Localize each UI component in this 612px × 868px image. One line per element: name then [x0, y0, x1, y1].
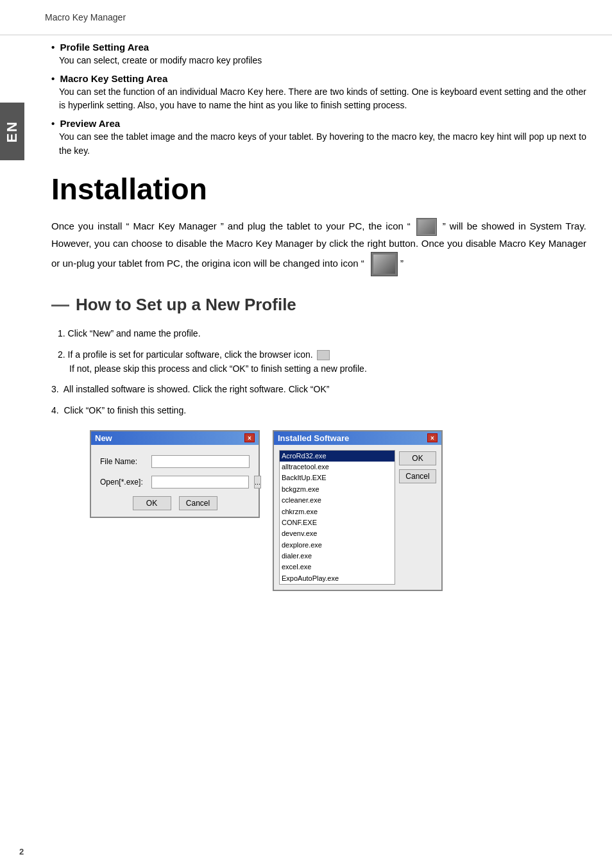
installation-title: Installation [51, 172, 586, 206]
bullet-title-macro: • Macro Key Setting Area [51, 73, 586, 84]
step-3-container: 3. All installed software is showed. Cli… [51, 382, 586, 418]
bullet-item-profile: • Profile Setting Area You can select, c… [51, 42, 586, 68]
list-item[interactable]: dexplore.exe [280, 540, 395, 551]
bullet-body-macro: You can set the function of an individua… [51, 85, 586, 113]
dialog-software: Installed Software × AcroRd32.exealltrac… [273, 430, 443, 591]
main-content: • Profile Setting Area You can select, c… [38, 35, 599, 630]
bullet-item-preview: • Preview Area You can see the tablet im… [51, 118, 586, 158]
bullet-body-profile: You can select, create or modify macro k… [51, 54, 586, 68]
list-item[interactable]: alltracetool.exe [280, 462, 395, 472]
dialog-new-filename-label: File Name: [100, 457, 146, 466]
list-item[interactable]: bckgzm.exe [280, 484, 395, 495]
list-item[interactable]: excel.exe [280, 562, 395, 572]
list-item[interactable]: devenv.exe [280, 528, 395, 539]
dialogs-row: New × File Name: Open[*.exe]: ... OK [51, 430, 586, 591]
list-item[interactable]: AcroRd32.exe [280, 451, 395, 462]
dialog-new: New × File Name: Open[*.exe]: ... OK [90, 430, 260, 518]
bullet-item-macro: • Macro Key Setting Area You can set the… [51, 73, 586, 113]
install-text-after: ” [400, 258, 404, 269]
dialog-new-cancel-button[interactable]: Cancel [179, 496, 217, 510]
header-title: Macro Key Manager [45, 12, 126, 22]
list-item[interactable]: ExpoAutoPlay.exe [280, 573, 395, 584]
bullet-title-profile: • Profile Setting Area [51, 42, 586, 53]
dialog-new-filename-field: File Name: [100, 455, 250, 468]
dialog-software-cancel-button[interactable]: Cancel [399, 469, 436, 483]
page-number: 2 [19, 847, 24, 856]
step-1: 1. Click “New” and name the profile. [58, 326, 586, 340]
dialog-software-list-container: AcroRd32.exealltracetool.exeBackItUp.EXE… [279, 450, 395, 585]
software-side-buttons: OK Cancel [399, 450, 436, 585]
dialog-new-title: New [95, 433, 112, 443]
em-dash: — [51, 294, 69, 315]
list-item[interactable]: dialer.exe [280, 551, 395, 562]
bullet-title-preview: • Preview Area [51, 118, 586, 129]
dialog-new-close[interactable]: × [244, 433, 255, 442]
steps-list: 1. Click “New” and name the profile. 2. … [58, 326, 586, 376]
installation-body: Once you install “ Macr Key Manager ” an… [51, 218, 586, 276]
installation-section: Installation Once you install “ Macr Key… [51, 172, 586, 276]
list-item[interactable]: chkrzm.exe [280, 506, 395, 517]
dialog-software-ok-button[interactable]: OK [399, 451, 436, 465]
dialog-new-ok-button[interactable]: OK [133, 496, 171, 510]
list-item[interactable]: ccleaner.exe [280, 495, 395, 506]
dialog-new-buttons: OK Cancel [100, 496, 250, 510]
dialog-new-titlebar: New × [91, 431, 259, 445]
step-4: 4. Click “OK” to finish this setting. [51, 403, 586, 418]
install-text-before: Once you install “ Macr Key Manager ” an… [51, 221, 411, 231]
dialog-software-close[interactable]: × [427, 433, 438, 442]
step-2: 2. If a profile is set for particular so… [58, 347, 586, 376]
side-tab: EN [0, 103, 24, 160]
dialog-software-body: AcroRd32.exealltracetool.exeBackItUp.EXE… [274, 445, 441, 590]
new-profile-title: — How to Set up a New Profile [51, 294, 586, 315]
dialog-new-browse-button[interactable]: ... [254, 476, 261, 488]
dialog-new-filename-input[interactable] [151, 455, 250, 468]
header-bar: Macro Key Manager [0, 0, 612, 35]
system-tray-icon-active [416, 218, 437, 236]
list-item[interactable]: CONF.EXE [280, 517, 395, 528]
bullet-section: • Profile Setting Area You can select, c… [51, 42, 586, 158]
new-profile-title-text: How to Set up a New Profile [76, 295, 296, 315]
side-tab-text: EN [4, 121, 21, 143]
software-list[interactable]: AcroRd32.exealltracetool.exeBackItUp.EXE… [279, 450, 395, 585]
dialog-new-open-input[interactable] [151, 476, 249, 488]
dialog-new-open-label: Open[*.exe]: [100, 478, 146, 487]
dialog-new-open-field: Open[*.exe]: ... [100, 476, 250, 488]
dialog-new-body: File Name: Open[*.exe]: ... OK Cancel [91, 445, 259, 517]
browser-icon-placeholder [317, 350, 330, 360]
step-3-4-text: 3. All installed software is showed. Cli… [51, 382, 586, 418]
step-3: 3. All installed software is showed. Cli… [51, 382, 586, 397]
list-item[interactable]: BackItUp.EXE [280, 472, 395, 483]
dialog-software-title: Installed Software [278, 433, 349, 443]
dialog-software-titlebar: Installed Software × [274, 431, 441, 445]
new-profile-section: — How to Set up a New Profile 1. Click “… [51, 294, 586, 590]
bullet-body-preview: You can see the tablet image and the mac… [51, 130, 586, 158]
system-tray-icon-disabled [371, 252, 398, 276]
